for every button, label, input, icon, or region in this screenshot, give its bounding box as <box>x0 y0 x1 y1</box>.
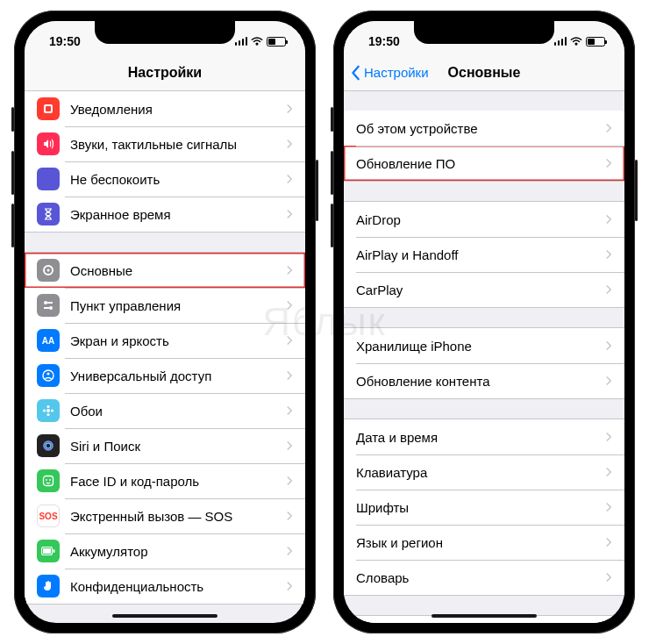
back-button[interactable]: Настройки <box>351 65 429 81</box>
row-airdrop[interactable]: AirDrop <box>344 202 624 237</box>
row-battery[interactable]: Аккумулятор <box>25 533 305 569</box>
chevron-right-icon <box>286 104 293 114</box>
row-software-update[interactable]: Обновление ПО <box>344 146 624 181</box>
row-general[interactable]: Основные <box>25 253 305 288</box>
svg-point-8 <box>43 370 53 381</box>
chevron-right-icon <box>286 511 293 521</box>
row-sos[interactable]: SOSЭкстренный вызов — SOS <box>25 498 305 533</box>
general-list[interactable]: Об этом устройствеОбновление ПОAirDropAi… <box>344 91 624 623</box>
svg-point-10 <box>46 409 50 412</box>
chevron-right-icon <box>605 572 612 583</box>
row-dnd[interactable]: Не беспокоить <box>25 161 305 197</box>
wifi-icon <box>570 35 582 47</box>
svg-point-18 <box>46 479 47 481</box>
row-control-center[interactable]: Пункт управления <box>25 288 305 323</box>
siri-icon <box>37 434 60 457</box>
chevron-right-icon <box>286 209 293 219</box>
home-indicator[interactable] <box>112 614 218 618</box>
row-label: Словарь <box>356 570 605 585</box>
row-display[interactable]: AAЭкран и яркость <box>25 323 305 358</box>
sos-icon: SOS <box>37 504 60 527</box>
row-label: Хранилище iPhone <box>356 339 605 354</box>
row-label: Пункт управления <box>70 298 286 313</box>
row-label: Дата и время <box>356 430 605 445</box>
faceid-icon <box>37 469 60 492</box>
svg-point-13 <box>43 409 46 411</box>
row-fonts[interactable]: Шрифты <box>344 490 624 525</box>
accessibility-icon <box>37 364 60 387</box>
page-title: Настройки <box>128 65 202 81</box>
display-icon: AA <box>37 329 60 352</box>
chevron-right-icon <box>605 249 612 260</box>
row-faceid[interactable]: Face ID и код-пароль <box>25 463 305 498</box>
row-label: Экранное время <box>70 207 286 222</box>
chevron-right-icon <box>605 467 612 477</box>
row-siri[interactable]: Siri и Поиск <box>25 428 305 463</box>
row-label: Face ID и код-пароль <box>70 474 286 489</box>
dnd-icon <box>37 168 60 190</box>
sounds-icon <box>37 132 60 155</box>
privacy-icon <box>37 575 60 597</box>
row-notifications[interactable]: Уведомления <box>25 91 305 126</box>
row-carplay[interactable]: CarPlay <box>344 272 624 307</box>
svg-rect-17 <box>44 476 53 486</box>
cellular-icon <box>554 37 567 46</box>
chevron-right-icon <box>286 440 293 451</box>
chevron-right-icon <box>605 284 612 295</box>
row-label: Универсальный доступ <box>70 369 286 383</box>
home-indicator[interactable] <box>431 614 537 618</box>
row-privacy[interactable]: Конфиденциальность <box>25 569 305 604</box>
row-about[interactable]: Об этом устройстве <box>344 111 624 146</box>
phone-right: 19:50 Настройки Основные Об этом устройс… <box>333 11 635 633</box>
row-label: CarPlay <box>356 283 605 297</box>
row-label: Шрифты <box>356 500 605 515</box>
row-background-refresh[interactable]: Обновление контента <box>344 363 624 398</box>
battery-icon <box>586 37 605 47</box>
row-label: Экран и яркость <box>70 333 286 348</box>
row-label: Клавиатура <box>356 465 605 480</box>
chevron-right-icon <box>286 300 293 311</box>
svg-point-4 <box>44 301 47 304</box>
row-accessibility[interactable]: Универсальный доступ <box>25 358 305 393</box>
row-airplay[interactable]: AirPlay и Handoff <box>344 237 624 272</box>
chevron-right-icon <box>605 502 612 512</box>
row-wallpaper[interactable]: Обои <box>25 393 305 428</box>
chevron-right-icon <box>286 265 293 275</box>
svg-rect-7 <box>44 307 49 309</box>
svg-rect-22 <box>43 548 51 554</box>
battery-icon <box>37 540 60 562</box>
cellular-icon <box>235 37 248 46</box>
chevron-right-icon <box>605 537 612 547</box>
row-label: Обновление контента <box>356 374 605 389</box>
row-language[interactable]: Язык и регион <box>344 525 624 560</box>
wallpaper-icon <box>37 399 60 422</box>
row-label: Основные <box>70 263 286 278</box>
svg-point-16 <box>46 443 51 448</box>
chevron-right-icon <box>605 158 612 168</box>
wifi-icon <box>251 35 263 47</box>
phone-left: 19:50 Настройки УведомленияЗвуки, тактил… <box>14 11 316 633</box>
svg-point-19 <box>49 479 51 481</box>
chevron-right-icon <box>605 432 612 442</box>
chevron-right-icon <box>286 335 293 346</box>
row-dictionary[interactable]: Словарь <box>344 560 624 595</box>
general-icon <box>37 259 60 282</box>
svg-rect-21 <box>53 549 55 553</box>
status-time: 19:50 <box>49 34 81 48</box>
row-screentime[interactable]: Экранное время <box>25 197 305 232</box>
row-keyboard[interactable]: Клавиатура <box>344 454 624 490</box>
row-label: Экстренный вызов — SOS <box>70 509 286 524</box>
svg-point-3 <box>47 269 50 272</box>
page-title: Основные <box>448 65 521 81</box>
row-sounds[interactable]: Звуки, тактильные сигналы <box>25 126 305 161</box>
row-storage[interactable]: Хранилище iPhone <box>344 328 624 363</box>
row-label: Не беспокоить <box>70 172 286 187</box>
navbar: Настройки Основные <box>344 54 624 91</box>
row-datetime[interactable]: Дата и время <box>344 419 624 454</box>
battery-icon <box>267 37 286 47</box>
chevron-right-icon <box>605 376 612 386</box>
chevron-right-icon <box>286 546 293 556</box>
chevron-right-icon <box>286 370 293 381</box>
chevron-right-icon <box>605 123 612 133</box>
settings-list[interactable]: УведомленияЗвуки, тактильные сигналыНе б… <box>25 91 305 623</box>
